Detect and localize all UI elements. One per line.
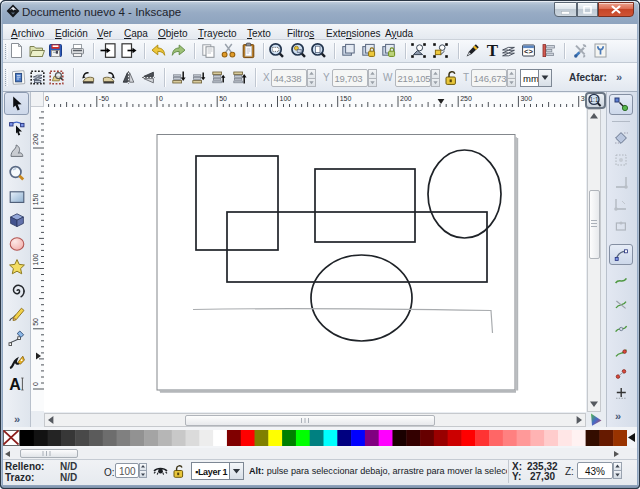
svg-text:200: 200: [400, 95, 412, 102]
svg-text:250: 250: [460, 95, 472, 102]
svg-text:50: 50: [219, 95, 227, 102]
svg-text:150: 150: [32, 194, 39, 206]
svg-text:0: 0: [32, 382, 39, 386]
svg-text:1:1: 1:1: [589, 96, 598, 103]
svg-text:-50: -50: [99, 95, 109, 102]
svg-text:0: 0: [45, 95, 49, 102]
svg-text:150: 150: [340, 95, 352, 102]
svg-text:200: 200: [32, 133, 39, 145]
svg-text:100: 100: [280, 95, 292, 102]
svg-text:<>: <>: [524, 48, 534, 56]
svg-text:0: 0: [159, 95, 163, 102]
svg-text:50: 50: [32, 318, 39, 326]
svg-text:100: 100: [32, 254, 39, 266]
svg-text:A: A: [9, 376, 21, 393]
svg-text:300: 300: [520, 95, 532, 102]
svg-text:T: T: [487, 42, 499, 59]
